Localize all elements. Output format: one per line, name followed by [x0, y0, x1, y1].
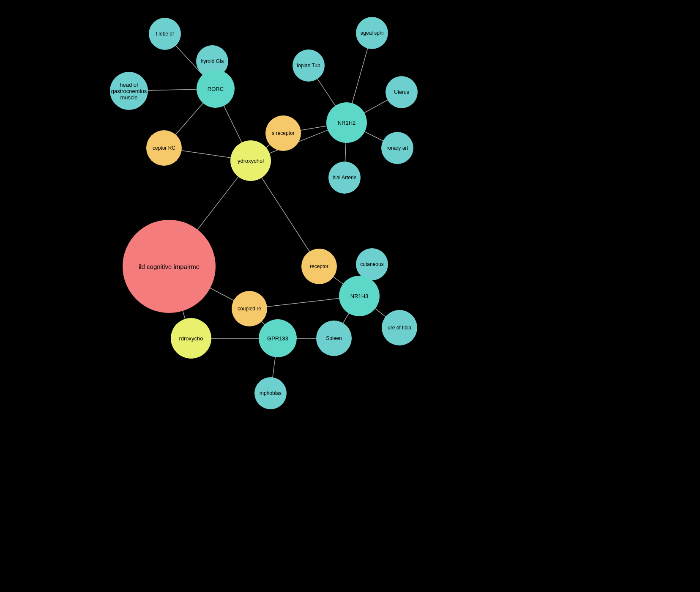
node-uterus[interactable]: Uterus	[386, 76, 418, 108]
node-hydroxychol1[interactable]: ydroxychol	[230, 140, 271, 181]
node-receptorRC[interactable]: ceptor RC	[146, 130, 182, 166]
node-tibialarterie[interactable]: bial Arterie	[328, 162, 361, 194]
node-spleen[interactable]: Spleen	[316, 321, 352, 356]
node-hydroxychol2[interactable]: rdroxycho	[171, 318, 211, 359]
node-fracturetibia[interactable]: ure of tibia	[382, 310, 417, 345]
node-lymphoblast[interactable]: mphoblas	[254, 377, 287, 409]
node-GPR183[interactable]: GPR183	[259, 319, 297, 357]
node-mildcognitive[interactable]: ild cognitive impairme	[123, 220, 216, 313]
node-NR1H3[interactable]: NR1H3	[339, 276, 380, 316]
node-coronary[interactable]: ronary art	[381, 132, 413, 164]
node-headgastro[interactable]: head of gastrocnemius muscle	[110, 72, 148, 110]
node-RORC[interactable]: RORC	[197, 70, 235, 108]
node-fallopian[interactable]: lopian Tub	[293, 49, 325, 82]
node-sreceptor[interactable]: s receptor	[265, 115, 301, 151]
node-NR1H2[interactable]: NR1H2	[326, 102, 367, 143]
node-coupledre[interactable]: coupled re	[232, 291, 267, 326]
node-esophageal[interactable]: ageal sphi	[356, 17, 388, 49]
node-receptor2[interactable]: receptor	[301, 249, 337, 284]
node-frontlobe[interactable]: t lobe of	[149, 18, 181, 50]
